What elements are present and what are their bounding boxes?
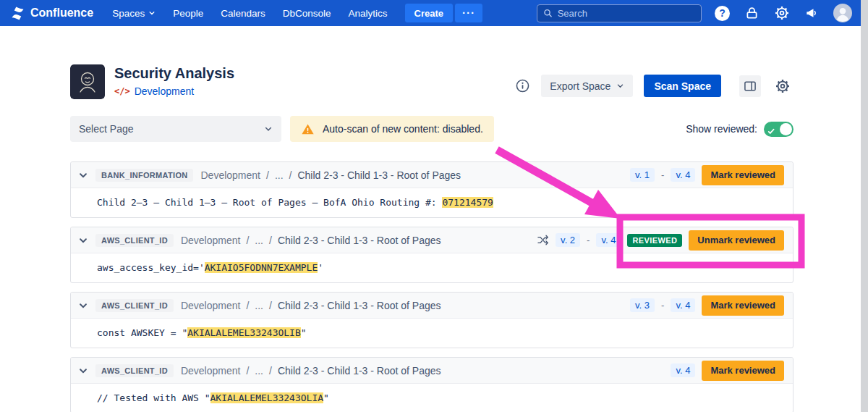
code-icon: </>: [114, 86, 130, 96]
autoscan-warning-text: Auto-scan of new content: disabled.: [323, 123, 483, 135]
confluence-home-link[interactable]: Confluence: [10, 6, 93, 21]
finding-card: AWS_CLIENT_ID Development / ... / Child …: [70, 292, 793, 348]
mark-reviewed-button[interactable]: Mark reviewed: [702, 295, 784, 316]
chevron-down-icon: [148, 9, 156, 17]
breadcrumb-page-link[interactable]: Child 2-3 - Child 1-3 - Root of Pages: [297, 169, 461, 181]
nav-item-label: Calendars: [221, 8, 265, 19]
nav-item-label: DbConsole: [283, 8, 331, 19]
nav-item-label: People: [173, 8, 203, 19]
breadcrumb-page-link[interactable]: Child 2-3 - Child 1-3 - Root of Pages: [278, 300, 441, 311]
brand-name: Confluence: [30, 7, 93, 20]
finding-card-header: AWS_CLIENT_ID Development / ... / Child …: [71, 227, 793, 253]
collapse-chevron-icon[interactable]: [78, 170, 88, 180]
desktop-edge-strip: [861, 0, 868, 412]
create-button[interactable]: Create: [405, 4, 453, 22]
lock-icon[interactable]: [744, 6, 760, 21]
warning-icon: [301, 122, 315, 136]
code-text: ': [318, 262, 323, 273]
collapse-chevron-icon[interactable]: [78, 366, 88, 376]
breadcrumb-space-link[interactable]: Development: [181, 365, 241, 377]
finding-card-actions: v. 4 Mark reviewed: [671, 361, 784, 381]
reviewed-badge: REVIEWED: [627, 234, 682, 247]
show-reviewed-toggle[interactable]: [764, 122, 793, 137]
space-breadcrumb-link[interactable]: Development: [135, 85, 195, 97]
export-space-button[interactable]: Export Space: [541, 75, 633, 97]
finding-card-header: AWS_CLIENT_ID Development / ... / Child …: [71, 293, 793, 319]
breadcrumb: Development / ... / Child 2-3 - Child 1-…: [181, 235, 441, 246]
nav-item-calendars[interactable]: Calendars: [212, 0, 274, 26]
finding-card: AWS_CLIENT_ID Development / ... / Child …: [70, 227, 793, 283]
help-icon[interactable]: ?: [715, 6, 730, 21]
select-page-dropdown[interactable]: Select Page: [70, 116, 281, 142]
select-page-label: Select Page: [79, 123, 134, 135]
compare-versions-icon[interactable]: [537, 234, 549, 246]
admin-gear-icon[interactable]: [774, 5, 790, 21]
version-from-link[interactable]: v. 2: [556, 233, 580, 247]
check-icon: [767, 125, 775, 138]
breadcrumb-page-link[interactable]: Child 2-3 - Child 1-3 - Root of Pages: [278, 365, 441, 377]
space-logo[interactable]: [70, 64, 105, 99]
version-from-link[interactable]: v. 3: [630, 298, 655, 312]
show-reviewed-label: Show reviewed:: [686, 123, 757, 135]
code-highlight: AKIALALEMEL33243OLIB: [187, 327, 301, 338]
nav-item-label: Analytics: [349, 8, 388, 19]
mark-reviewed-button[interactable]: Mark reviewed: [702, 361, 784, 381]
sidebar-toggle-button[interactable]: [739, 75, 761, 97]
breadcrumb-ellipsis[interactable]: ...: [255, 365, 263, 377]
panel-layout-icon: [743, 79, 757, 93]
breadcrumb: Development / ... / Child 2-3 - Child 1-…: [181, 365, 441, 377]
breadcrumb-ellipsis[interactable]: ...: [255, 235, 263, 246]
search-box[interactable]: [537, 4, 702, 22]
scan-space-button[interactable]: Scan Space: [644, 75, 721, 97]
breadcrumb-separator: /: [269, 300, 272, 311]
finding-snippet: aws_access_key_id='AKIAIO5FODNN7EXAMPLE': [71, 253, 793, 282]
nav-item-dbconsole[interactable]: DbConsole: [274, 0, 340, 26]
space-header-actions: Export Space Scan Space: [515, 75, 793, 97]
collapse-chevron-icon[interactable]: [78, 235, 88, 245]
version-to-link[interactable]: v. 4: [671, 168, 695, 182]
version-dash: -: [661, 169, 664, 180]
breadcrumb-ellipsis[interactable]: ...: [255, 300, 263, 311]
code-highlight: AKIALALEMEL33243OLIA: [210, 392, 324, 403]
finding-card-actions: v. 1 - v. 4 Mark reviewed: [630, 165, 784, 185]
version-dash: -: [587, 235, 590, 245]
nav-item-spaces[interactable]: Spaces: [103, 0, 164, 26]
space-avatar-face-icon: [70, 64, 105, 99]
nav-item-label: Spaces: [112, 8, 145, 19]
nav-item-people[interactable]: People: [164, 0, 212, 26]
megaphone-icon[interactable]: [804, 6, 819, 20]
page-title: Security Analysis: [114, 64, 234, 82]
finding-card-header: BANK_INFORMATION Development / ... / Chi…: [71, 162, 793, 188]
version-from-link[interactable]: v. 1: [630, 168, 655, 182]
user-avatar[interactable]: [833, 4, 852, 22]
toggle-knob: [780, 123, 792, 135]
space-breadcrumb: </> Development: [114, 85, 234, 97]
nav-item-analytics[interactable]: Analytics: [340, 0, 396, 26]
finding-card: AWS_CLIENT_ID Development / ... / Child …: [70, 357, 793, 412]
search-input[interactable]: [558, 8, 695, 19]
breadcrumb-page-link[interactable]: Child 2-3 - Child 1-3 - Root of Pages: [278, 235, 441, 246]
breadcrumb-space-link[interactable]: Development: [181, 300, 241, 311]
navbar-icon-group: ?: [715, 4, 852, 22]
chevron-down-icon: [264, 125, 273, 133]
breadcrumb-space-link[interactable]: Development: [181, 235, 241, 246]
code-highlight: 071214579: [442, 197, 493, 208]
space-settings-button[interactable]: [772, 75, 793, 97]
code-text: // Tested with AWS ": [97, 392, 210, 403]
finding-snippet: const AWSKEY = "AKIALALEMEL33243OLIB": [71, 319, 793, 348]
version-to-link[interactable]: v. 4: [596, 233, 621, 247]
space-titles: Security Analysis </> Development: [114, 64, 234, 97]
version-to-link[interactable]: v. 4: [671, 298, 695, 312]
info-icon[interactable]: [515, 78, 530, 93]
finding-type-badge: AWS_CLIENT_ID: [95, 364, 174, 377]
more-menu-button[interactable]: ···: [455, 4, 482, 22]
breadcrumb-ellipsis[interactable]: ...: [275, 169, 284, 181]
collapse-chevron-icon[interactable]: [78, 300, 88, 311]
show-reviewed-control: Show reviewed:: [686, 122, 793, 137]
finding-card-actions: v. 2 - v. 4 REVIEWED Unmark reviewed: [537, 230, 784, 251]
unmark-reviewed-button[interactable]: Unmark reviewed: [689, 230, 784, 251]
breadcrumb-space-link[interactable]: Development: [200, 169, 260, 181]
version-to-link[interactable]: v. 4: [671, 363, 695, 377]
finding-card-actions: v. 3 - v. 4 Mark reviewed: [630, 295, 784, 316]
mark-reviewed-button[interactable]: Mark reviewed: [702, 165, 784, 185]
